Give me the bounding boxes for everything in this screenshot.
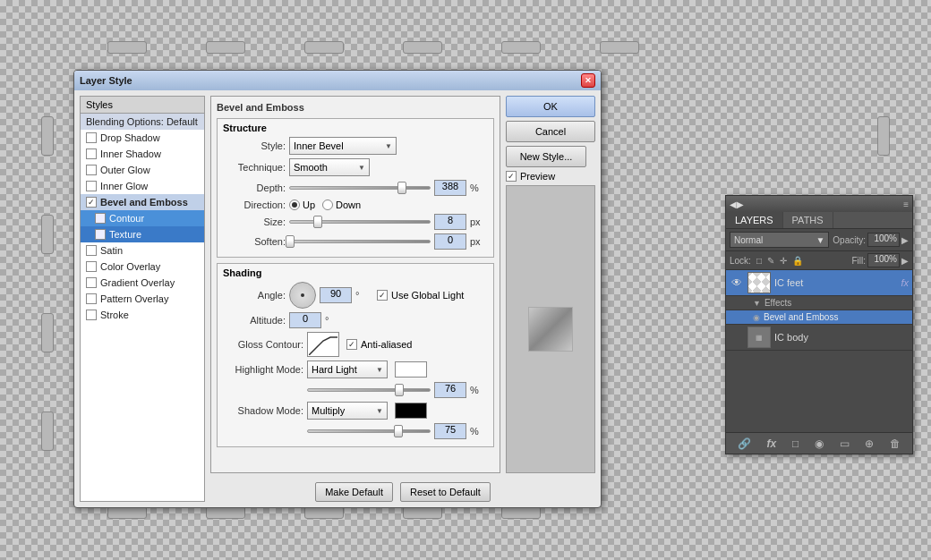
use-global-light-checkbox[interactable]: [377, 290, 388, 301]
depth-slider-thumb: [397, 182, 406, 194]
texture-checkbox[interactable]: [95, 229, 106, 240]
depth-input[interactable]: 388: [434, 180, 466, 196]
shadow-opacity-input[interactable]: 75: [434, 423, 466, 439]
outer-glow-checkbox[interactable]: [86, 165, 97, 175]
gloss-contour-label: Gloss Contour:: [223, 339, 303, 350]
direction-up-radio[interactable]: [289, 199, 300, 210]
preview-checkbox[interactable]: [506, 171, 517, 182]
direction-down[interactable]: Down: [322, 199, 361, 210]
direction-up[interactable]: Up: [289, 199, 315, 210]
soften-row: Soften: 0 px: [223, 233, 488, 250]
style-dropdown[interactable]: Inner Bevel ▼: [289, 137, 397, 155]
bevel-emboss-item[interactable]: Bevel and Emboss: [81, 194, 204, 210]
satin-item[interactable]: Satin: [81, 242, 204, 259]
altitude-input[interactable]: 0: [289, 312, 321, 328]
delete-layer-icon[interactable]: 🗑: [890, 437, 901, 450]
highlight-opacity-slider[interactable]: [307, 384, 431, 396]
stroke-item[interactable]: Stroke: [81, 307, 204, 323]
direction-label: Direction:: [223, 199, 286, 210]
shadow-mode-dropdown[interactable]: Multiply ▼: [307, 402, 388, 420]
effects-label: Effects: [764, 298, 791, 308]
opacity-input[interactable]: 100%: [867, 233, 900, 247]
size-unit: px: [470, 216, 488, 227]
lock-move-icon[interactable]: ✛: [780, 256, 787, 266]
blending-options-label: Blending Options: Default: [86, 116, 198, 127]
technique-dropdown[interactable]: Smooth ▼: [289, 158, 370, 176]
outer-glow-item[interactable]: Outer Glow: [81, 162, 204, 178]
technique-dropdown-arrow: ▼: [358, 164, 365, 172]
highlight-mode-row: Highlight Mode: Hard Light ▼: [223, 361, 488, 378]
new-layer-icon[interactable]: ⊕: [865, 437, 874, 450]
gradient-overlay-item[interactable]: Gradient Overlay: [81, 275, 204, 291]
lock-all-icon[interactable]: 🔒: [792, 256, 803, 266]
make-default-button[interactable]: Make Default: [315, 482, 393, 502]
pattern-overlay-item[interactable]: Pattern Overlay: [81, 291, 204, 307]
lock-paint-icon[interactable]: ✎: [767, 256, 774, 266]
size-slider[interactable]: [289, 216, 431, 228]
tab-layers[interactable]: LAYERS: [726, 212, 783, 228]
add-mask-icon[interactable]: □: [792, 437, 799, 450]
contour-item[interactable]: Contour: [81, 210, 204, 226]
highlight-color-swatch[interactable]: [395, 361, 427, 378]
color-overlay-item[interactable]: Color Overlay: [81, 259, 204, 275]
inner-shadow-item[interactable]: Inner Shadow: [81, 146, 204, 162]
pattern-overlay-checkbox[interactable]: [86, 293, 97, 304]
highlight-opacity-input[interactable]: 76: [434, 382, 466, 398]
blend-mode-dropdown[interactable]: Normal ▼: [730, 232, 829, 248]
gradient-overlay-checkbox[interactable]: [86, 277, 97, 288]
new-style-button[interactable]: New Style...: [506, 146, 586, 167]
soften-slider[interactable]: [289, 235, 431, 248]
dialog-body: Styles Blending Options: Default Drop Sh…: [74, 90, 601, 507]
inner-shadow-checkbox[interactable]: [86, 148, 97, 159]
bevel-emboss-checkbox[interactable]: [86, 197, 97, 208]
close-button[interactable]: ✕: [581, 73, 595, 88]
use-global-light-label: Use Global Light: [391, 290, 464, 301]
anti-aliased-checkbox[interactable]: [346, 339, 357, 350]
soften-input[interactable]: 0: [434, 233, 466, 250]
fill-arrow[interactable]: ▶: [901, 256, 909, 266]
angle-dial[interactable]: [289, 282, 316, 309]
adjustment-icon[interactable]: ◉: [815, 437, 824, 450]
angle-input[interactable]: 90: [320, 287, 352, 303]
shadow-color-swatch[interactable]: [395, 403, 427, 419]
tab-paths[interactable]: PATHS: [783, 212, 833, 228]
shadow-opacity-slider[interactable]: [307, 425, 431, 437]
fill-label: Fill:: [851, 256, 866, 266]
shadow-opacity-row: 75 %: [223, 423, 488, 439]
effects-sub-item[interactable]: ▼ Effects: [726, 296, 912, 310]
highlight-mode-dropdown[interactable]: Hard Light ▼: [307, 361, 388, 378]
ok-button[interactable]: OK: [506, 96, 595, 117]
new-group-icon[interactable]: ▭: [840, 437, 850, 450]
fill-input[interactable]: 100%: [867, 253, 900, 267]
depth-slider[interactable]: [289, 182, 431, 194]
contour-checkbox[interactable]: [95, 213, 106, 224]
lock-transparent-icon[interactable]: □: [756, 256, 762, 266]
inner-glow-checkbox[interactable]: [86, 181, 97, 191]
texture-item[interactable]: Texture: [81, 226, 204, 242]
contour-preview[interactable]: [307, 332, 339, 357]
layer-ic-body[interactable]: ▦ IC body: [726, 325, 912, 351]
layer-ic-feet[interactable]: 👁 IC feet fx: [726, 270, 912, 296]
satin-checkbox[interactable]: [86, 245, 97, 256]
add-style-icon[interactable]: fx: [767, 437, 777, 450]
drop-shadow-checkbox[interactable]: [86, 132, 97, 143]
direction-down-radio[interactable]: [322, 199, 333, 210]
ic-feet-visibility-icon[interactable]: 👁: [730, 276, 744, 289]
ic-body-thumb-text: ▦: [756, 334, 763, 342]
shadow-opacity-unit: %: [470, 426, 488, 437]
layers-panel-menu-icon[interactable]: ≡: [903, 199, 909, 209]
inner-glow-item[interactable]: Inner Glow: [81, 178, 204, 194]
highlight-opacity-bar: [307, 388, 431, 392]
opacity-arrow[interactable]: ▶: [901, 235, 909, 245]
color-overlay-checkbox[interactable]: [86, 261, 97, 272]
preview-checkbox-row[interactable]: Preview: [506, 171, 595, 182]
bevel-emboss-effect-item[interactable]: ◉ Bevel and Emboss: [726, 310, 912, 325]
blending-options-item[interactable]: Blending Options: Default: [81, 114, 204, 130]
reset-to-default-button[interactable]: Reset to Default: [400, 482, 491, 502]
stroke-checkbox[interactable]: [86, 310, 97, 320]
link-layers-icon[interactable]: 🔗: [738, 437, 751, 450]
size-input[interactable]: 8: [434, 214, 466, 230]
cancel-button[interactable]: Cancel: [506, 121, 595, 142]
drop-shadow-item[interactable]: Drop Shadow: [81, 130, 204, 146]
size-slider-bar: [289, 220, 431, 224]
